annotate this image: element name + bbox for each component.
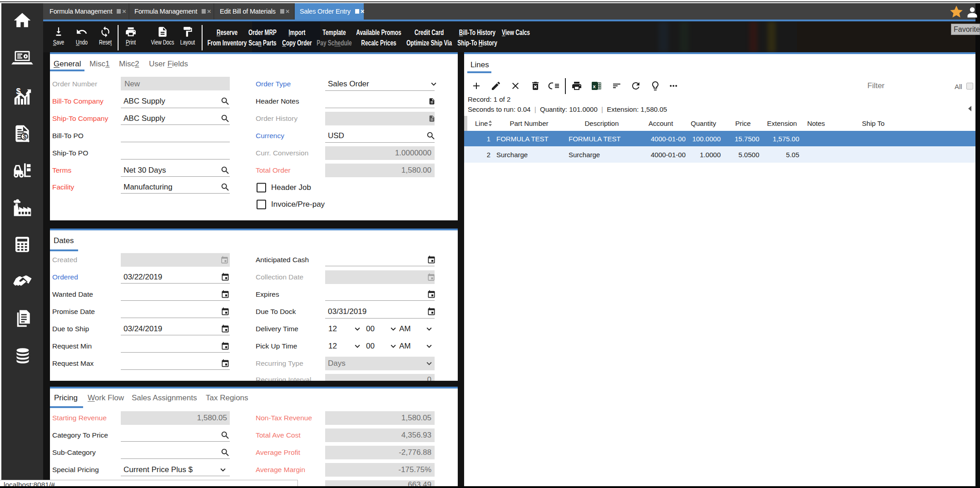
svg-text:$: $ [23, 133, 26, 140]
svg-text:x: x [593, 84, 596, 89]
svg-text:$: $ [16, 87, 21, 96]
